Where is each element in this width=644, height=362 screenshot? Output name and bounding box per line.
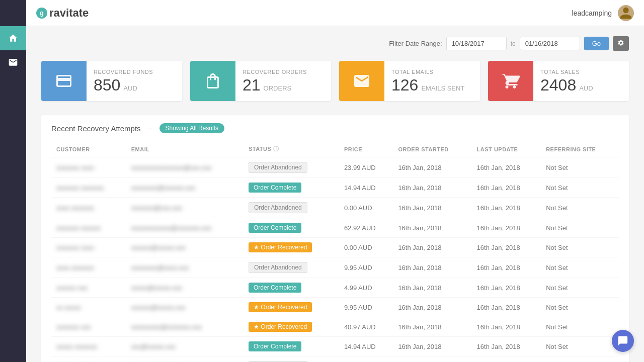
filter-date-to[interactable]	[520, 37, 580, 50]
stat-value-row-sales: 2408 AUD	[540, 77, 593, 93]
cell-referring-site: Not Set	[541, 218, 619, 238]
stat-icon-box-emails	[339, 61, 384, 101]
stat-card-total-emails: TOTAL EMAILS 126 EMAILS SENT	[339, 61, 480, 101]
avatar-icon	[619, 6, 633, 20]
cell-email: xxxxxx@xxxxx.xxx	[126, 238, 244, 257]
cell-referring-site: Not Set	[541, 157, 619, 178]
cell-email: xxxxxxxx@xxxxxx.xxx	[126, 178, 244, 198]
stat-unit-funds: AUD	[123, 84, 137, 92]
avatar[interactable]	[618, 5, 634, 21]
cell-price: 4.99 AUD	[339, 278, 393, 298]
cell-order-started: 16th Jan, 2018	[393, 337, 471, 356]
stat-card-recovered-orders: RECOVERED ORDERS 21 ORDERS	[190, 61, 331, 101]
sidebar-item-email[interactable]	[0, 50, 26, 74]
cell-price: 9.95 AUD	[339, 257, 393, 278]
stat-number-sales: 2408	[540, 77, 576, 93]
go-button[interactable]: Go	[584, 37, 609, 50]
table-section: Recent Recovery Attempts — Showing All R…	[41, 115, 629, 362]
stat-icon-box-funds	[41, 61, 87, 101]
filter-label: Filter Date Range:	[389, 40, 442, 47]
stat-content-funds: RECOVERED FUNDS 850 AUD	[87, 61, 160, 101]
stat-card-total-sales: TOTAL SALES 2408 AUD	[488, 61, 629, 101]
home-icon	[8, 33, 18, 43]
cell-referring-site: Not Set	[541, 178, 619, 198]
cell-price: 9.95 AUD	[339, 298, 393, 317]
stat-number-funds: 850	[94, 77, 120, 93]
cell-referring-site: Not Set	[541, 278, 619, 298]
header-right: leadcamping	[572, 5, 634, 21]
col-email: EMAIL	[126, 141, 244, 157]
cell-customer: xxxxxx xxx	[51, 278, 126, 298]
stat-unit-sales: AUD	[579, 84, 593, 92]
status-info-icon: ⓘ	[273, 146, 279, 152]
cell-last-update: 16th Jan, 2018	[472, 257, 541, 278]
logo-text: ravitate	[49, 7, 89, 20]
cell-email: xxxxxxxxxxxxxxxx@xxx.xxx	[126, 157, 244, 178]
stat-value-row-funds: 850 AUD	[94, 77, 153, 93]
cell-email: xxxxxxxx@xxxxx.xxx	[126, 356, 244, 363]
username-label: leadcamping	[572, 9, 612, 17]
table-row: xxxx xxxxxxx xxxxxxxx@xxxx.xxx Order Aba…	[51, 257, 619, 278]
logo-icon: g	[36, 8, 47, 19]
cell-status: Order Complete	[244, 278, 339, 298]
cell-referring-site: Not Set	[541, 317, 619, 337]
cell-order-started: 16th Jan, 2018	[393, 298, 471, 317]
settings-icon	[617, 39, 624, 46]
cell-order-started: 16th Jan, 2018	[393, 157, 471, 178]
stat-content-sales: TOTAL SALES 2408 AUD	[533, 61, 600, 101]
cell-order-started: 16th Jan, 2018	[393, 238, 471, 257]
table-row: xxxxxxx xxxxxx xxxxxxxxxxxx@xxxxxxx.xxx …	[51, 218, 619, 238]
cell-last-update: 16th Jan, 2018	[472, 298, 541, 317]
cell-order-started: 16th Jan, 2018	[393, 218, 471, 238]
table-row: xxxxxx xxxx xxxxxxxx@xxxxx.xxx Order Aba…	[51, 356, 619, 363]
mail-icon	[353, 72, 371, 90]
filter-date-from[interactable]	[446, 37, 507, 50]
content-area: Filter Date Range: to Go REC	[26, 26, 644, 362]
settings-button[interactable]	[613, 36, 629, 51]
cell-order-started: 15th Jan, 2018	[393, 356, 471, 363]
stat-value-row-orders: 21 ORDERS	[243, 77, 307, 93]
cell-customer: xx xxxxx	[51, 298, 126, 317]
cell-price: 23.99 AUD	[339, 157, 393, 178]
cell-email: xxxxxx@xxxxx.xxx	[126, 298, 244, 317]
col-customer: CUSTOMER	[51, 141, 126, 157]
cell-referring-site: Not Set	[541, 298, 619, 317]
table-row: xxxxxxx xxxx xxxxxxxxxxxxxxxx@xxx.xxx Or…	[51, 157, 619, 178]
cell-status: Order Abandoned	[244, 257, 339, 278]
stat-content-orders: RECOVERED ORDERS 21 ORDERS	[235, 61, 314, 101]
cell-order-started: 16th Jan, 2018	[393, 178, 471, 198]
badge-showing-all: Showing All Results	[159, 123, 224, 133]
cell-email: xxxxx@xxxxx.xxx	[126, 278, 244, 298]
sidebar-item-home[interactable]	[0, 26, 26, 50]
chat-bubble[interactable]	[612, 330, 634, 352]
table-header-row: Recent Recovery Attempts — Showing All R…	[51, 123, 619, 133]
table-body: xxxxxxx xxxx xxxxxxxxxxxxxxxx@xxx.xxx Or…	[51, 157, 619, 363]
stat-number-orders: 21	[243, 77, 261, 93]
recovery-table: CUSTOMER EMAIL STATUS ⓘ PRICE ORDER STAR…	[51, 141, 619, 362]
cell-referring-site: Not Set	[541, 238, 619, 257]
table-row: xxxxxxx xxxx xxxxxx@xxxxx.xxx ★ Order Re…	[51, 238, 619, 257]
stats-row: RECOVERED FUNDS 850 AUD RECOVERED ORDERS	[41, 61, 629, 101]
cell-order-started: 16th Jan, 2018	[393, 257, 471, 278]
cell-price: 40.97 AUD	[339, 317, 393, 337]
cell-price: 0.00 AUD	[339, 238, 393, 257]
chat-icon	[617, 335, 628, 346]
table-row: xxxxxxx xxxxxxx xxxxxxxx@xxxxxx.xxx Orde…	[51, 178, 619, 198]
cell-referring-site: Not Set	[541, 356, 619, 363]
cell-last-update: 16th Jan, 2018	[472, 317, 541, 337]
stat-card-recovered-funds: RECOVERED FUNDS 850 AUD	[41, 61, 182, 101]
cell-order-started: 16th Jan, 2018	[393, 198, 471, 218]
cell-customer: xxxx xxxxxxx	[51, 198, 126, 218]
cell-status: ★ Order Recovered	[244, 298, 339, 317]
cell-customer: xxxxxx xxxx	[51, 356, 126, 363]
col-referring-site: REFERRING SITE	[541, 141, 619, 157]
table-row: xxxxxxx xxx xxxxxxxxx@xxxxxxx.xxx ★ Orde…	[51, 317, 619, 337]
cell-price: 0.00 AUD	[339, 198, 393, 218]
cell-last-update: 16th Jan, 2018	[472, 198, 541, 218]
main-area: g ravitate leadcamping Filter Date Range…	[26, 0, 644, 362]
cell-status: Order Abandoned	[244, 157, 339, 178]
stat-value-row-emails: 126 EMAILS SENT	[391, 77, 464, 93]
sidebar-logo	[0, 0, 26, 26]
table-title: Recent Recovery Attempts	[51, 124, 141, 133]
col-last-update: LAST UPDATE	[472, 141, 541, 157]
